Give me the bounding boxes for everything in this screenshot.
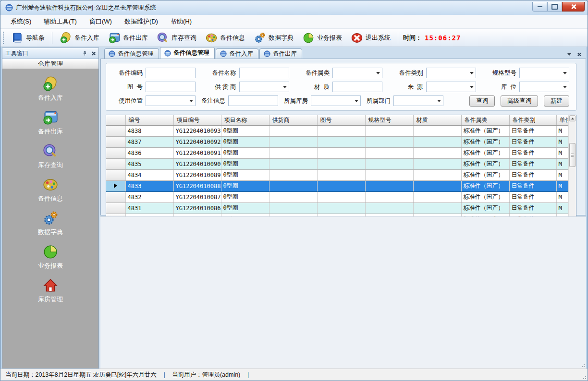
close-panel-icon[interactable] (91, 51, 96, 56)
column-header[interactable]: 项目编号 (173, 115, 221, 125)
tab-parts-outbound[interactable]: 备件出库 (259, 48, 302, 59)
maximize-button[interactable] (547, 2, 562, 12)
toolbar-button-data-dictionary[interactable]: 数据字典 (249, 30, 298, 46)
chevron-down-icon (563, 72, 567, 74)
chevron-down-icon (563, 86, 567, 88)
toolbar-button-navigation-bar[interactable]: 导航条 (7, 30, 49, 46)
chevron-down-icon (437, 100, 441, 102)
row-selector[interactable] (106, 191, 125, 202)
table-row[interactable]: 4833YG122040100880型圈标准件（国产）日常备件M (106, 180, 569, 191)
table-cell (317, 158, 365, 169)
source-select[interactable] (426, 82, 476, 92)
toolbar-button-business-report[interactable]: 业务报表 (298, 30, 346, 46)
table-row[interactable]: 4835YG122040100900型圈标准件（国产）日常备件M (106, 158, 569, 169)
row-selector[interactable] (106, 180, 125, 191)
warehouse-select[interactable] (311, 95, 361, 106)
vertical-scroll-thumb[interactable] (569, 143, 576, 167)
table-cell: M (556, 125, 569, 136)
sidebar-item-parts-inbound[interactable]: 备件入库 (38, 76, 63, 102)
table-cell (317, 169, 365, 180)
table-cell (317, 191, 365, 202)
column-header[interactable] (106, 115, 125, 125)
menu-item[interactable]: 系统(S) (4, 15, 37, 28)
tab-list-dropdown-icon[interactable] (567, 53, 571, 56)
sidebar-item-parts-info[interactable]: 备件信息 (38, 177, 63, 203)
part-class-select[interactable] (426, 68, 476, 78)
query-button[interactable]: 查询 (469, 95, 495, 107)
table-cell: 日常备件 (509, 125, 556, 136)
sidebar-group-warehouse[interactable]: 仓库管理 (2, 59, 98, 69)
tab-parts-inbound[interactable]: 备件入库 (216, 48, 258, 59)
menu-item[interactable]: 帮助(H) (164, 15, 198, 28)
column-header[interactable]: 备件类别 (509, 115, 556, 125)
part-category-select[interactable] (332, 68, 382, 78)
table-row[interactable]: 4837YG122040100920型圈标准件（国产）日常备件M (106, 136, 569, 147)
table-cell (365, 191, 413, 202)
table-row[interactable]: 4832YG122040100870型圈标准件（国产）日常备件M (106, 191, 569, 202)
column-header[interactable]: 项目名称 (221, 115, 269, 125)
menu-item[interactable]: 数据维护(D) (118, 15, 164, 28)
row-selector[interactable] (106, 147, 125, 158)
advanced-query-button[interactable]: 高级查询 (501, 95, 538, 107)
usage-position-label: 使用位置 (113, 97, 143, 105)
scroll-up-icon[interactable] (569, 115, 576, 121)
part-name-input[interactable] (239, 68, 289, 78)
table-row[interactable]: 4831YG122040100860型圈标准件（国产）日常备件M (106, 202, 569, 214)
row-selector[interactable] (106, 202, 125, 214)
column-header[interactable]: 规格型号 (365, 115, 413, 125)
table-cell (269, 147, 317, 158)
drawing-no-input[interactable] (146, 82, 196, 92)
main-area: 工具窗口 仓库管理 备件入库备件出库库存查询备件信息数据字典业务报表库房管理 备… (0, 47, 588, 369)
tab-parts-info-management-1[interactable]: 备件信息管理 (104, 48, 159, 59)
toolbar-button-parts-inbound[interactable]: 备件入库 (55, 30, 104, 46)
column-header[interactable]: 备件属类 (461, 115, 509, 125)
supplier-select[interactable] (239, 82, 289, 92)
toolbar-button-parts-info[interactable]: 备件信息 (201, 30, 249, 46)
table-row[interactable]: 4834YG122040100890型圈标准件（国产）日常备件M (106, 169, 569, 180)
close-tab-icon[interactable] (577, 52, 581, 57)
column-header[interactable]: 单位 (556, 115, 569, 125)
table-cell (413, 136, 461, 147)
pin-icon[interactable] (82, 51, 87, 56)
minimize-button[interactable] (532, 2, 547, 12)
maximize-icon (551, 4, 558, 10)
menu-item[interactable]: 窗口(W) (83, 15, 118, 28)
table-row[interactable]: 4838YG122040100930型圈标准件（国产）日常备件M (106, 125, 569, 136)
tab-parts-info-management-2[interactable]: 备件信息管理 (160, 47, 215, 59)
column-header[interactable]: 材质 (413, 115, 461, 125)
spec-model-select[interactable] (519, 68, 569, 78)
usage-position-select[interactable] (146, 95, 196, 106)
toolbar-button-inventory-query[interactable]: 库存查询 (152, 30, 201, 46)
table-cell: M (556, 136, 569, 147)
sidebar-item-parts-outbound[interactable]: 备件出库 (38, 109, 63, 136)
column-header[interactable]: 编号 (125, 115, 173, 125)
table-cell (269, 202, 317, 214)
department-select[interactable] (393, 95, 443, 106)
new-button[interactable]: 新建 (544, 95, 569, 107)
parts-info-icon (205, 32, 218, 44)
location-select[interactable] (519, 82, 569, 92)
tool-window-caption: 工具窗口 (2, 48, 98, 59)
material-input[interactable] (332, 82, 382, 92)
sidebar-item-business-report[interactable]: 业务报表 (38, 244, 63, 270)
toolbar-button-parts-outbound[interactable]: 备件出库 (104, 30, 152, 46)
part-code-input[interactable] (146, 68, 196, 78)
sidebar-item-inventory-query[interactable]: 库存查询 (38, 143, 63, 169)
sidebar-item-data-dictionary[interactable]: 数据字典 (38, 210, 63, 237)
row-selector[interactable] (106, 158, 125, 169)
column-header[interactable]: 图号 (317, 115, 365, 125)
remark-input[interactable] (228, 95, 278, 106)
chevron-down-icon (283, 86, 287, 88)
table-row[interactable]: 4836YG122040100910型圈标准件（国产）日常备件M (106, 147, 569, 158)
menu-item[interactable]: 辅助工具(T) (37, 15, 83, 28)
row-selector[interactable] (106, 169, 125, 180)
row-selector[interactable] (106, 136, 125, 147)
table-cell: 0型圈 (221, 158, 269, 169)
row-selector[interactable] (106, 125, 125, 136)
sidebar-item-warehouse-management[interactable]: 库房管理 (38, 277, 63, 304)
close-button[interactable] (562, 2, 585, 12)
source-label: 来 源 (393, 83, 423, 91)
toolbar-grip[interactable] (2, 32, 5, 44)
toolbar-button-exit-system[interactable]: 退出系统 (346, 30, 395, 46)
column-header[interactable]: 供货商 (269, 115, 317, 125)
